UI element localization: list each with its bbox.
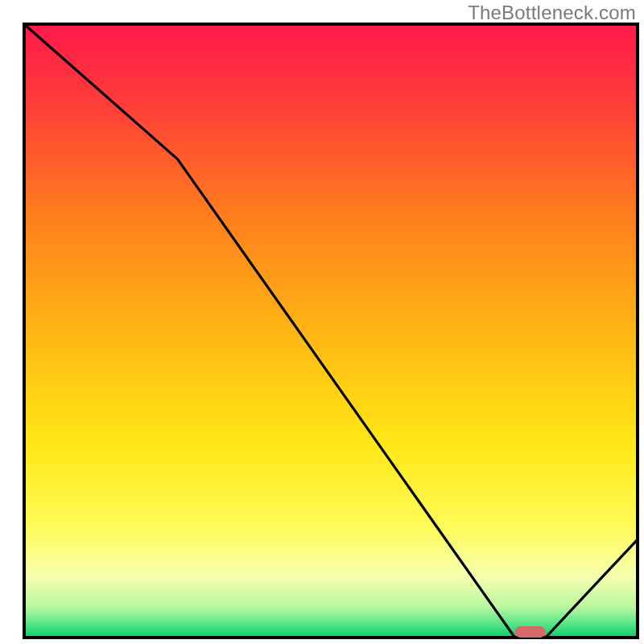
watermark-text: TheBottleneck.com [468,2,636,24]
chart-container: TheBottleneck.com [0,0,644,644]
chart-svg [0,0,644,644]
trough-marker [515,626,546,638]
plot-background [24,24,638,638]
